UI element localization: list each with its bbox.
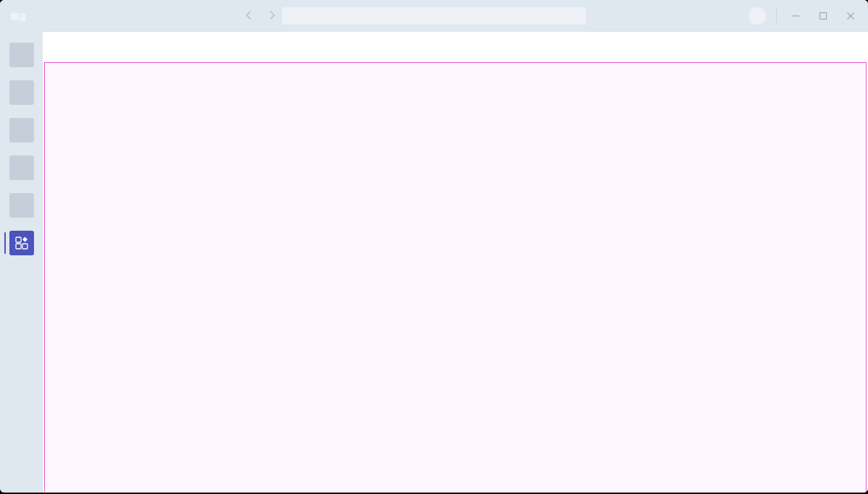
titlebar-right [749,0,859,32]
app-body [0,32,868,493]
svg-rect-3 [20,17,26,21]
titlebar [0,0,868,32]
sidebar-item-teams[interactable] [9,118,34,142]
svg-rect-0 [11,13,19,21]
sidebar-item-calendar[interactable] [9,156,34,180]
minimize-button[interactable] [787,7,804,25]
sidebar [0,32,43,493]
sidebar-item-calls[interactable] [9,193,34,218]
svg-rect-5 [820,13,827,20]
search-input[interactable] [282,7,586,25]
close-button[interactable] [842,7,859,25]
sidebar-item-apps[interactable] [9,231,34,255]
main-area [43,32,868,493]
sidebar-item-chat[interactable] [9,80,34,105]
teams-logo-icon [10,10,27,23]
svg-rect-8 [16,237,21,242]
nav-back-button[interactable] [243,9,255,21]
maximize-button[interactable] [814,7,832,25]
svg-point-2 [23,14,26,17]
main-header [43,32,868,62]
app-window [0,0,868,493]
sidebar-item-activity[interactable] [9,43,34,67]
divider [776,9,777,23]
nav-forward-button[interactable] [266,9,278,21]
content-frame[interactable] [44,62,867,492]
apps-icon [15,237,28,250]
nav-arrows [243,9,278,21]
svg-rect-10 [16,244,21,249]
avatar[interactable] [749,7,766,25]
svg-rect-9 [22,244,27,249]
svg-point-1 [20,13,24,17]
